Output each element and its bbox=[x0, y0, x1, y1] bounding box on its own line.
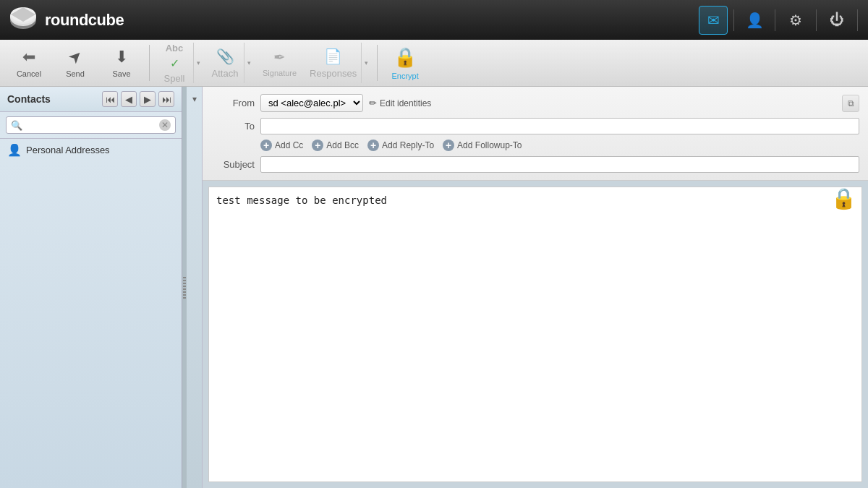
cancel-button[interactable]: ⬅ Cancel bbox=[7, 43, 51, 83]
nav-divider-2 bbox=[775, 9, 775, 31]
fullscreen-button[interactable]: ⧉ bbox=[842, 95, 859, 112]
responses-icon: 📄 bbox=[324, 48, 342, 65]
add-bcc-button[interactable]: + Add Bcc bbox=[312, 140, 359, 151]
personal-addresses-item[interactable]: 👤 Personal Addresses bbox=[0, 139, 182, 161]
roundcube-logo-icon bbox=[7, 4, 39, 36]
message-body-area: 🔒 🔒 🔒 🔒 🔒 🔒 🔒 🔒 test message to be encry… bbox=[203, 181, 868, 488]
topbar-nav: ✉ 👤 ⚙ ⏻ bbox=[699, 6, 861, 35]
nav-mail-button[interactable]: ✉ bbox=[699, 6, 728, 35]
add-reply-to-button[interactable]: + Add Reply-To bbox=[367, 140, 434, 151]
edit-icon: ✏ bbox=[369, 98, 377, 108]
message-editor-container: test message to be encrypted bbox=[208, 187, 862, 482]
save-button[interactable]: ⬇ Save bbox=[100, 43, 143, 83]
gear-icon: ⚙ bbox=[789, 12, 802, 29]
sidebar-nav-next[interactable]: ▶ bbox=[140, 91, 156, 107]
personal-addresses-icon: 👤 bbox=[7, 143, 22, 157]
search-area: 🔍 ✕ bbox=[0, 112, 182, 139]
toolbar-sep-1 bbox=[149, 45, 150, 81]
collapse-icon: ▾ bbox=[192, 94, 197, 104]
from-row: From sd <alec@alec.pl> ✏ Edit identities… bbox=[211, 91, 859, 115]
save-label: Save bbox=[112, 69, 130, 78]
spell-check-icon: ✓ bbox=[170, 56, 179, 70]
spell-button[interactable]: Abc ✓ Spell ▾ bbox=[156, 43, 203, 83]
encrypt-label: Encrypt bbox=[391, 72, 418, 80]
collapse-sidebar-button[interactable]: ▾ bbox=[187, 87, 203, 488]
from-select[interactable]: sd <alec@alec.pl> bbox=[260, 94, 363, 112]
add-bcc-label: Add Bcc bbox=[326, 140, 359, 150]
toolbar: ⬅ Cancel ➤ Send ⬇ Save Abc ✓ Spell ▾ 📎 A… bbox=[0, 40, 868, 87]
app-name: roundcube bbox=[45, 11, 124, 30]
signature-label: Signature bbox=[263, 69, 297, 77]
toolbar-sep-2 bbox=[377, 45, 378, 81]
compose-panel: From sd <alec@alec.pl> ✏ Edit identities… bbox=[203, 87, 868, 488]
mail-icon: ✉ bbox=[707, 12, 720, 29]
save-icon: ⬇ bbox=[115, 48, 128, 67]
message-body-textarea[interactable]: test message to be encrypted bbox=[209, 187, 861, 481]
send-label: Send bbox=[66, 69, 85, 78]
add-reply-to-label: Add Reply-To bbox=[382, 140, 434, 150]
compose-header: From sd <alec@alec.pl> ✏ Edit identities… bbox=[203, 87, 868, 181]
topbar: roundcube ✉ 👤 ⚙ ⏻ bbox=[0, 0, 868, 40]
personal-addresses-label: Personal Addresses bbox=[26, 145, 110, 155]
attach-label: Attach bbox=[212, 68, 239, 79]
responses-label: Responses bbox=[310, 68, 357, 79]
nav-contacts-button[interactable]: 👤 bbox=[740, 6, 769, 35]
cc-row: + Add Cc + Add Bcc + Add Reply-To + Add … bbox=[211, 137, 859, 153]
responses-main[interactable]: 📄 Responses bbox=[305, 43, 361, 83]
nav-divider-3 bbox=[816, 9, 817, 31]
contacts-icon: 👤 bbox=[746, 12, 764, 29]
encrypt-icon: 🔒 bbox=[393, 46, 417, 69]
sidebar-nav-last[interactable]: ⏭ bbox=[158, 91, 174, 107]
sidebar-nav-prev[interactable]: ◀ bbox=[121, 91, 137, 107]
spell-dropdown-arrow[interactable]: ▾ bbox=[193, 43, 203, 83]
attach-icon: 📎 bbox=[216, 48, 234, 65]
responses-button[interactable]: 📄 Responses ▾ bbox=[305, 43, 371, 83]
responses-dropdown-arrow[interactable]: ▾ bbox=[361, 43, 371, 83]
cancel-icon: ⬅ bbox=[22, 48, 35, 67]
subject-input[interactable] bbox=[260, 156, 859, 173]
spell-main[interactable]: Abc ✓ Spell bbox=[156, 43, 193, 83]
add-followup-to-label: Add Followup-To bbox=[457, 140, 522, 150]
subject-row: Subject bbox=[211, 153, 859, 176]
nav-divider-1 bbox=[733, 9, 734, 31]
nav-divider-4 bbox=[857, 9, 858, 31]
add-bcc-icon: + bbox=[312, 140, 323, 151]
search-clear-button[interactable]: ✕ bbox=[159, 119, 171, 131]
add-cc-icon: + bbox=[260, 140, 272, 151]
sidebar-navigation: ⏮ ◀ ▶ ⏭ bbox=[102, 91, 174, 107]
add-cc-button[interactable]: + Add Cc bbox=[260, 140, 303, 151]
edit-identities-label: Edit identities bbox=[380, 98, 431, 108]
signature-icon: ✒ bbox=[273, 48, 286, 66]
search-icon: 🔍 bbox=[11, 120, 22, 131]
sidebar-header: Contacts ⏮ ◀ ▶ ⏭ bbox=[0, 87, 182, 112]
send-icon: ➤ bbox=[64, 46, 86, 68]
sidebar-title: Contacts bbox=[7, 93, 51, 105]
search-input[interactable] bbox=[25, 120, 156, 130]
nav-logout-button[interactable]: ⏻ bbox=[822, 6, 851, 35]
add-reply-to-icon: + bbox=[367, 140, 379, 151]
search-box: 🔍 ✕ bbox=[6, 116, 176, 134]
sidebar-nav-first[interactable]: ⏮ bbox=[102, 91, 118, 107]
nav-settings-button[interactable]: ⚙ bbox=[781, 6, 810, 35]
to-input[interactable] bbox=[260, 118, 859, 134]
fullscreen-icon: ⧉ bbox=[848, 98, 854, 108]
signature-button[interactable]: ✒ Signature bbox=[257, 43, 302, 83]
encrypt-button[interactable]: 🔒 Encrypt bbox=[383, 43, 427, 83]
edit-identities-button[interactable]: ✏ Edit identities bbox=[369, 98, 431, 108]
add-followup-to-button[interactable]: + Add Followup-To bbox=[443, 140, 522, 151]
attach-dropdown-arrow[interactable]: ▾ bbox=[244, 43, 254, 83]
to-row: To bbox=[211, 115, 859, 137]
sidebar: Contacts ⏮ ◀ ▶ ⏭ 🔍 ✕ 👤 Personal Addresse… bbox=[0, 87, 182, 488]
send-button[interactable]: ➤ Send bbox=[54, 43, 97, 83]
spell-label: Spell bbox=[164, 73, 185, 84]
attach-button[interactable]: 📎 Attach ▾ bbox=[206, 43, 254, 83]
main-area: Contacts ⏮ ◀ ▶ ⏭ 🔍 ✕ 👤 Personal Addresse… bbox=[0, 87, 868, 488]
power-icon: ⏻ bbox=[830, 12, 844, 28]
subject-label: Subject bbox=[211, 159, 255, 170]
from-label: From bbox=[211, 98, 255, 108]
sidebar-resizer[interactable] bbox=[182, 87, 187, 488]
spell-icon: Abc bbox=[166, 43, 184, 53]
attach-main[interactable]: 📎 Attach bbox=[206, 43, 244, 83]
cancel-label: Cancel bbox=[17, 69, 41, 78]
add-cc-label: Add Cc bbox=[275, 140, 303, 150]
